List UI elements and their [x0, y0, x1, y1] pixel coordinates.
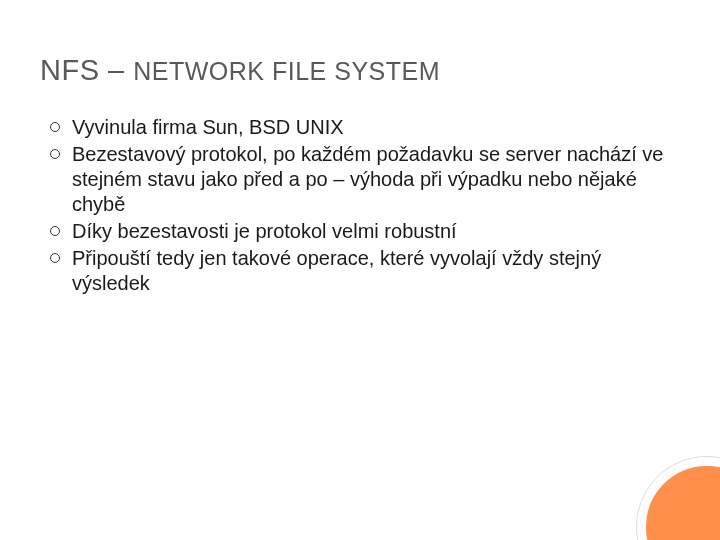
title-prefix: NFS [40, 54, 100, 86]
list-item: Díky bezestavosti je protokol velmi robu… [46, 219, 680, 244]
decorative-circle-icon [642, 462, 720, 540]
bullet-list: Vyvinula firma Sun, BSD UNIX Bezestavový… [40, 115, 680, 296]
slide-title: NFS – NETWORK FILE SYSTEM [40, 54, 680, 87]
list-item: Připouští tedy jen takové operace, které… [46, 246, 680, 296]
slide: NFS – NETWORK FILE SYSTEM Vyvinula firma… [0, 0, 720, 540]
list-item: Bezestavový protokol, po každém požadavk… [46, 142, 680, 217]
title-dash: – [100, 54, 134, 86]
title-rest: NETWORK FILE SYSTEM [133, 57, 440, 85]
list-item: Vyvinula firma Sun, BSD UNIX [46, 115, 680, 140]
